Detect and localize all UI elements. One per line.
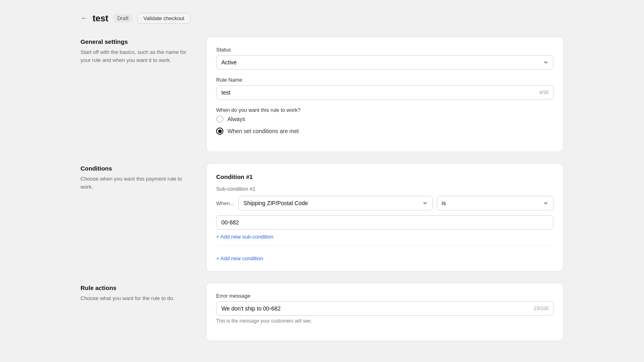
error-message-field-group: Error message 23/100 This is the message…	[216, 293, 553, 324]
error-message-input[interactable]	[216, 301, 553, 316]
page-title: test	[93, 13, 108, 24]
rule-name-input-wrapper: 4/50	[216, 85, 553, 100]
add-condition-wrapper: + Add new condition	[216, 245, 553, 261]
when-rule-works-group: When do you want this rule to work? Alwa…	[216, 107, 553, 135]
general-settings-desc: Start off with the basics, such as the n…	[80, 48, 193, 64]
general-settings-title: General settings	[80, 38, 193, 45]
status-select[interactable]: Active Inactive	[216, 55, 553, 70]
status-field-group: Status Active Inactive	[216, 47, 553, 70]
rule-actions-desc: Choose what you want for the rule to do.	[80, 294, 193, 302]
general-settings-left: General settings Start off with the basi…	[80, 37, 193, 152]
general-settings-section: General settings Start off with the basi…	[80, 37, 564, 152]
conditions-card: Condition #1 Sub-condition #1 When... Sh…	[206, 163, 564, 272]
condition-heading: Condition #1	[216, 173, 553, 180]
error-message-hint: This is the message your customers will …	[216, 318, 553, 324]
rule-actions-title: Rule actions	[80, 284, 193, 291]
page-header: ← test Draft Validate checkout	[80, 13, 564, 24]
add-condition-button[interactable]: + Add new condition	[216, 255, 263, 261]
when-row: When... Shipping ZIP/Postal Code Billing…	[216, 196, 553, 210]
radio-group: Always When set conditions are met	[216, 115, 553, 135]
rule-name-counter: 4/50	[539, 90, 549, 95]
status-label: Status	[216, 47, 553, 53]
validate-checkout-button[interactable]: Validate checkout	[137, 13, 190, 24]
when-prefix: When...	[216, 200, 234, 206]
conditions-title: Conditions	[80, 165, 193, 172]
error-message-counter: 23/100	[534, 306, 549, 311]
subcondition-label: Sub-condition #1	[216, 186, 553, 192]
conditions-left: Conditions Choose when you want this pay…	[80, 163, 193, 272]
conditions-section: Conditions Choose when you want this pay…	[80, 163, 564, 272]
rule-actions-left: Rule actions Choose what you want for th…	[80, 283, 193, 341]
condition-value-wrapper	[216, 215, 553, 230]
error-message-label: Error message	[216, 293, 553, 299]
condition-type-select[interactable]: Shipping ZIP/Postal Code Billing ZIP/Pos…	[238, 196, 433, 210]
radio-always-circle	[216, 115, 223, 123]
radio-conditions-label: When set conditions are met	[227, 128, 299, 134]
rule-actions-section: Rule actions Choose what you want for th…	[80, 283, 564, 341]
rule-name-field-group: Rule Name 4/50	[216, 77, 553, 100]
add-subcondition-button[interactable]: + Add new sub-condition	[216, 234, 273, 240]
back-button[interactable]: ←	[80, 14, 88, 23]
rule-name-label: Rule Name	[216, 77, 553, 83]
radio-conditions[interactable]: When set conditions are met	[216, 128, 553, 135]
radio-always[interactable]: Always	[216, 115, 553, 123]
radio-always-label: Always	[227, 116, 245, 122]
error-message-input-wrapper: 23/100	[216, 301, 553, 316]
rule-actions-card: Error message 23/100 This is the message…	[206, 283, 564, 341]
condition-operator-select[interactable]: is is not contains starts with	[437, 196, 553, 210]
condition-value-input[interactable]	[216, 215, 553, 230]
rule-name-input[interactable]	[216, 85, 553, 100]
general-settings-card: Status Active Inactive Rule Name 4/50 Wh…	[206, 37, 564, 152]
draft-badge: Draft	[113, 14, 132, 23]
radio-conditions-circle	[216, 128, 223, 135]
conditions-desc: Choose when you want this payment rule t…	[80, 175, 193, 191]
when-rule-works-label: When do you want this rule to work?	[216, 107, 553, 113]
